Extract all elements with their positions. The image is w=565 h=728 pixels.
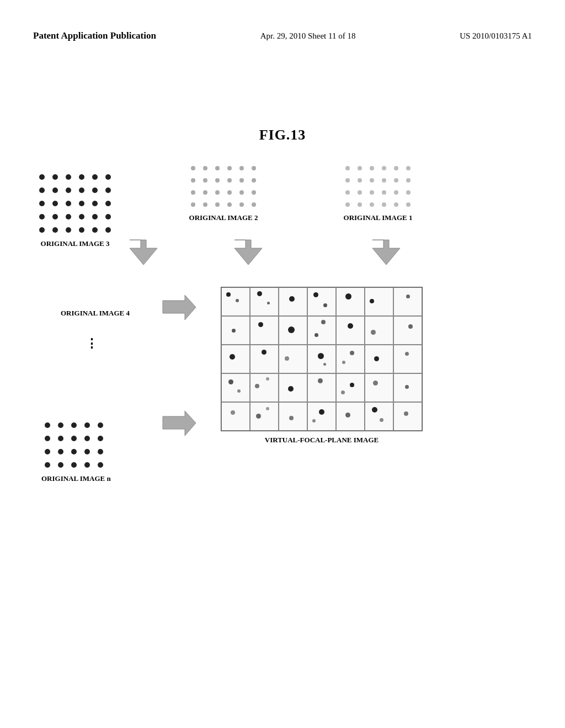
dot [89, 211, 101, 223]
dot [89, 224, 101, 236]
dot [391, 187, 402, 198]
dot [102, 211, 114, 223]
vfp-cell [279, 345, 307, 373]
original-image-n-label: ORIGINAL IMAGE n [41, 474, 111, 483]
dot [55, 419, 67, 431]
original-image-3-grid [36, 171, 114, 236]
svg-marker-4 [163, 411, 196, 436]
dot [49, 171, 61, 183]
dot [94, 459, 106, 471]
dot [248, 175, 259, 186]
dot [36, 211, 48, 223]
vfp-cell [250, 402, 279, 431]
dot [102, 171, 114, 183]
publication-number: US 2010/0103175 A1 [460, 31, 532, 41]
vfp-cell [221, 316, 250, 345]
dot [354, 199, 365, 210]
dot [403, 199, 414, 210]
dot [403, 175, 414, 186]
dot [403, 163, 414, 174]
dot [366, 199, 377, 210]
svg-marker-2 [372, 240, 400, 265]
dot [41, 446, 54, 458]
dot [379, 175, 390, 186]
dot [354, 163, 365, 174]
header: Patent Application Publication Apr. 29, … [33, 30, 532, 41]
virtual-focal-plane-container: VIRTUAL-FOCAL-PLANE IMAGE [221, 287, 423, 445]
dot [49, 184, 61, 196]
vfp-cell [393, 316, 422, 345]
dot [41, 419, 54, 431]
vfp-cell [393, 287, 422, 316]
dot [188, 175, 199, 186]
dot [49, 224, 61, 236]
vfp-cell [221, 345, 250, 373]
publication-date-sheet: Apr. 29, 2010 Sheet 11 of 18 [260, 31, 356, 41]
original-image-1-label: ORIGINAL IMAGE 1 [342, 213, 414, 222]
vfp-cell [221, 287, 250, 316]
dot [76, 184, 88, 196]
dot [200, 175, 211, 186]
ellipsis-dots: ⋮ [86, 336, 98, 351]
dot [188, 163, 199, 174]
dot [342, 199, 353, 210]
dot [36, 197, 48, 210]
svg-marker-0 [130, 240, 157, 265]
original-image-2-container: ORIGINAL IMAGE 2 [188, 163, 259, 222]
dot [224, 187, 235, 198]
vfp-cell [336, 287, 365, 316]
vfp-cell [365, 402, 393, 431]
original-image-n-container: ORIGINAL IMAGE n [41, 419, 111, 483]
dot [224, 199, 235, 210]
original-image-4-label: ORIGINAL IMAGE 4 [61, 309, 130, 322]
vfp-cell [250, 373, 279, 402]
vfp-cell [307, 373, 336, 402]
dot [76, 197, 88, 210]
vfp-cell [393, 373, 422, 402]
dot [391, 175, 402, 186]
vfp-cell [336, 402, 365, 431]
dot [236, 175, 247, 186]
dot [94, 446, 106, 458]
vfp-cell [365, 316, 393, 345]
vfp-cell [279, 287, 307, 316]
dot [68, 419, 80, 431]
dot [102, 184, 114, 196]
dot [236, 187, 247, 198]
dot [89, 197, 101, 210]
dot [379, 199, 390, 210]
vfp-cell [336, 373, 365, 402]
dot [102, 224, 114, 236]
vfp-cell [250, 287, 279, 316]
original-image-1-container: ORIGINAL IMAGE 1 [342, 163, 414, 222]
dot [391, 163, 402, 174]
dot [236, 163, 247, 174]
original-image-n-grid [41, 419, 111, 471]
dot [55, 446, 67, 458]
dot [62, 184, 74, 196]
dot [76, 171, 88, 183]
dot [76, 211, 88, 223]
dot [212, 175, 223, 186]
dot [62, 197, 74, 210]
original-image-1-grid [342, 163, 414, 210]
dot [248, 163, 259, 174]
dot [62, 171, 74, 183]
dot [379, 163, 390, 174]
arrow-orig3-down [127, 237, 160, 270]
vfp-cell [279, 373, 307, 402]
arrow-orign-right [160, 408, 199, 441]
dot [89, 171, 101, 183]
dot [366, 163, 377, 174]
vfp-cell [365, 287, 393, 316]
dot [200, 199, 211, 210]
dot [224, 163, 235, 174]
vfp-cell [221, 402, 250, 431]
original-image-2-grid [188, 163, 259, 210]
dot [366, 175, 377, 186]
dot [94, 432, 106, 445]
dot [36, 184, 48, 196]
dot [354, 175, 365, 186]
vfp-cell [365, 373, 393, 402]
virtual-focal-plane-label: VIRTUAL-FOCAL-PLANE IMAGE [221, 436, 423, 445]
